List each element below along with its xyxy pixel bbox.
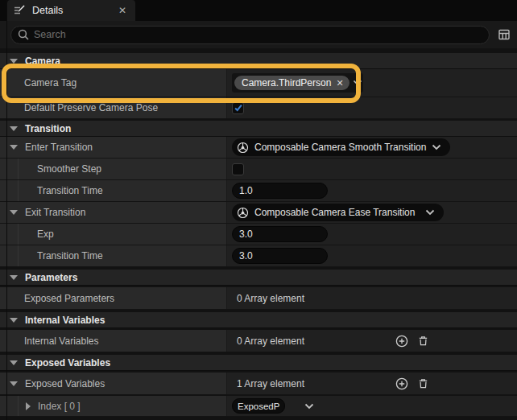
section-header-transition[interactable]: Transition <box>0 121 517 137</box>
section-header-internal-variables[interactable]: Internal Variables <box>0 312 517 328</box>
add-element-icon[interactable] <box>395 377 409 391</box>
camera-tag-field[interactable]: Camera.ThirdPerson ✕ <box>232 73 363 93</box>
search-box[interactable] <box>10 26 490 44</box>
search-row <box>0 21 517 48</box>
array-element-count: 0 Array element <box>232 336 304 347</box>
enter-transition-dropdown[interactable]: Composable Camera Smooth Transition <box>232 138 450 156</box>
delete-all-elements-icon[interactable] <box>416 377 430 391</box>
row-exp: Exp <box>0 224 517 245</box>
property-label: Transition Time <box>37 185 103 196</box>
property-label: Exit Transition <box>25 207 85 218</box>
row-default-preserve-camera-pose: Default Preserve Camera Pose <box>0 97 517 119</box>
details-panel: Details ✕ Camera Camera Tag Camera.Third… <box>0 0 517 420</box>
property-label: Exposed Parameters <box>24 293 114 304</box>
delete-all-elements-icon[interactable] <box>416 334 430 348</box>
exp-input[interactable] <box>232 226 328 242</box>
property-label: Transition Time <box>37 250 103 261</box>
property-label: Internal Variables <box>24 336 99 347</box>
gameplay-tag-chip: Camera.ThirdPerson ✕ <box>234 76 349 90</box>
property-label: Default Preserve Camera Pose <box>24 102 158 113</box>
section-title: Transition <box>25 123 71 134</box>
transition-time-input[interactable] <box>232 183 328 199</box>
expander-arrow-icon[interactable] <box>10 145 18 150</box>
exposed-variable-name-field[interactable] <box>232 398 285 414</box>
dropdown-value: Composable Camera Smooth Transition <box>254 142 426 153</box>
property-label: Exposed Variables <box>25 378 105 389</box>
tab-bar: Details ✕ <box>0 0 517 21</box>
remove-tag-icon[interactable]: ✕ <box>336 79 343 88</box>
smoother-step-checkbox[interactable] <box>232 163 244 175</box>
expander-arrow-icon[interactable] <box>10 381 18 386</box>
property-label: Smoother Step <box>37 163 101 175</box>
row-enter-transition-time: Transition Time <box>0 180 517 202</box>
row-index-0: Index [ 0 ] <box>0 396 517 417</box>
row-enter-transition: Enter Transition Composable Camera Smoot… <box>0 137 517 159</box>
expander-arrow-icon[interactable] <box>10 210 18 215</box>
chevron-down-icon <box>10 126 18 131</box>
row-camera-tag: Camera Tag Camera.ThirdPerson ✕ <box>0 69 517 97</box>
default-preserve-checkbox[interactable] <box>232 102 244 114</box>
detail-view-options-icon[interactable] <box>497 27 511 42</box>
property-label: Enter Transition <box>25 142 93 153</box>
row-exposed-variables: Exposed Variables 1 Array element <box>0 373 517 395</box>
tag-value: Camera.ThirdPerson <box>242 77 331 89</box>
array-element-count: 0 Array element <box>232 293 304 304</box>
row-exit-transition: Exit Transition Composable Camera Ease T… <box>0 202 517 224</box>
chevron-down-icon[interactable] <box>304 403 314 410</box>
tab-close-icon[interactable]: ✕ <box>116 4 129 17</box>
section-title: Camera <box>25 56 60 67</box>
chevron-down-icon[interactable] <box>353 80 362 86</box>
expander-arrow-icon[interactable] <box>26 402 31 410</box>
chevron-down-icon <box>10 59 18 64</box>
search-input[interactable] <box>34 29 482 40</box>
search-icon <box>18 29 29 40</box>
property-label: Index [ 0 ] <box>38 401 81 412</box>
tab-details[interactable]: Details ✕ <box>7 0 135 21</box>
dropdown-value: Composable Camera Ease Transition <box>254 207 415 218</box>
transition-class-icon <box>237 142 249 154</box>
section-title: Exposed Variables <box>25 357 110 369</box>
section-header-parameters[interactable]: Parameters <box>0 270 517 286</box>
property-label: Exp <box>37 229 54 240</box>
chevron-down-icon <box>432 144 441 150</box>
row-smoother-step: Smoother Step <box>0 159 517 180</box>
chevron-down-icon <box>425 209 435 216</box>
transition-time-input[interactable] <box>232 248 328 264</box>
section-title: Internal Variables <box>25 315 105 326</box>
row-internal-variables: Internal Variables 0 Array element <box>0 330 517 352</box>
section-title: Parameters <box>25 272 77 283</box>
details-tab-icon <box>13 4 26 17</box>
array-element-count: 1 Array element <box>232 378 304 389</box>
chevron-down-icon <box>10 318 18 323</box>
row-exit-transition-time: Transition Time <box>0 245 517 267</box>
tab-title: Details <box>32 5 63 16</box>
row-exposed-parameters: Exposed Parameters 0 Array element <box>0 287 517 310</box>
add-element-icon[interactable] <box>395 334 409 348</box>
section-header-exposed-variables[interactable]: Exposed Variables <box>0 355 517 371</box>
property-label: Camera Tag <box>24 77 77 89</box>
exit-transition-dropdown[interactable]: Composable Camera Ease Transition <box>232 204 444 221</box>
transition-class-icon <box>237 207 249 219</box>
chevron-down-icon <box>10 275 18 280</box>
section-header-camera[interactable]: Camera <box>0 53 517 69</box>
chevron-down-icon <box>10 360 18 365</box>
